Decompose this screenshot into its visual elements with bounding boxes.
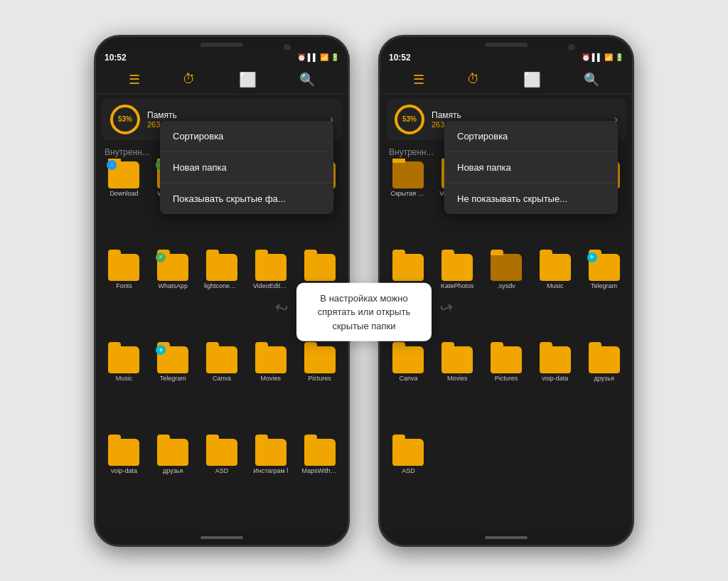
folder-icon-katepho-2 [304, 254, 336, 281]
folder-icon-sysdv-right [491, 254, 522, 281]
folder-voip-1[interactable]: voip-data [102, 439, 146, 527]
folder-label-asd-right: ASD [402, 467, 415, 474]
folder-icon-voip-1 [108, 439, 139, 466]
folder-hidden-right[interactable]: Скрытая папка [386, 161, 431, 250]
storage-title-right: Память [432, 110, 607, 120]
folder-icon-left[interactable]: ⬜ [239, 71, 257, 88]
folder-label-canva-right: Canva [399, 375, 417, 382]
folder-telegram-right[interactable]: ✈ Telegram [582, 254, 626, 342]
folder-music-1[interactable]: Music [102, 346, 146, 435]
folder-asd-1[interactable]: ASD [200, 439, 245, 527]
folder-fonts-1[interactable]: Fonts [102, 254, 146, 342]
folder-whatsapp-2[interactable]: ✓ WhatsApp [151, 254, 196, 342]
folder-movies-1[interactable]: Movies [248, 346, 293, 435]
folder-asd-right[interactable]: ASD [386, 439, 431, 527]
badge-telegram-1: ✈ [156, 345, 166, 355]
folder-icon-movies-1 [255, 346, 287, 373]
phone-top-left [96, 37, 348, 50]
folder-label-whatsapp-2: WhatsApp [158, 282, 188, 289]
storage-circle-right: 53% [395, 105, 424, 134]
storage-circle-left: 53% [110, 105, 140, 134]
nav-bar-right: ☰ ⏱ ⬜ 🔍 [380, 65, 632, 95]
history-icon-left[interactable]: ⏱ [183, 72, 196, 87]
folder-label-hidden-right: Скрытая папка [390, 190, 426, 197]
home-indicator-right [485, 536, 528, 539]
dropdown-sort-right[interactable]: Сортировка [444, 121, 618, 152]
folder-icon-right[interactable]: ⬜ [523, 71, 541, 88]
folder-telegram-1[interactable]: ✈ Telegram [151, 346, 196, 435]
folder-druzya-right[interactable]: друзья [582, 346, 626, 435]
folder-label-maps-1: MapsWith Me [302, 467, 338, 474]
folder-icon-asd-1 [206, 439, 237, 466]
folder-icon-pictures-1 [304, 346, 336, 373]
folder-icon-pictures-right [491, 346, 522, 373]
folder-icon-music-1 [108, 346, 139, 373]
folder-icon-canva-1 [206, 346, 237, 373]
folder-icon-movies-right [441, 346, 473, 373]
folder-download[interactable]: ↓ Download [102, 161, 146, 250]
folder-label-canva-1: Canva [213, 375, 231, 382]
dropdown-newfolder-right[interactable]: Новая папка [444, 152, 618, 183]
dropdown-left: Сортировка Новая папка Показывать скрыты… [160, 121, 333, 214]
search-icon-left[interactable]: 🔍 [299, 72, 315, 87]
folder-grid-left: ↓ Download ✓ WhatsAPP lightcone_a rt_sto… [96, 159, 348, 531]
dropdown-sort-left[interactable]: Сортировка [160, 121, 333, 152]
folder-icon-druzya-right [589, 346, 620, 373]
folder-grid-right: Скрытая папка VideoDo wnload Fonts ✓ Wha… [380, 159, 632, 531]
folder-icon-download: ↓ [108, 161, 139, 188]
folder-label-voip-1: voip-data [111, 467, 137, 474]
folder-canva-1[interactable]: Canva [200, 346, 245, 435]
folder-icon-videoeditor-right [392, 254, 424, 281]
folder-icon-katephotos-right [441, 254, 473, 281]
folder-druzya-1[interactable]: друзья [151, 439, 196, 527]
dropdown-showhidden-left[interactable]: Показывать скрытые фа... [160, 183, 333, 214]
phone-bottom-left [96, 531, 348, 545]
menu-icon-left[interactable]: ☰ [129, 72, 140, 87]
folder-label-pictures-1: Pictures [308, 375, 331, 382]
folder-icon-canva-right [392, 346, 424, 373]
folder-instagram-1[interactable]: Инстаграм l [248, 439, 293, 527]
folder-icon-videoeditor-2 [255, 254, 287, 281]
folder-voip-right[interactable]: voip-data [532, 346, 577, 435]
folder-label-movies-1: Movies [261, 375, 282, 382]
tooltip-text: В настройках можно спрятать или открыть … [318, 292, 410, 331]
speaker-right [485, 43, 528, 47]
folder-icon-lightcone-2 [206, 254, 237, 281]
folder-label-katephotos-right: KatePhotos [441, 282, 474, 289]
dropdown-right: Сортировка Новая папка Не показывать скр… [444, 121, 618, 214]
folder-label-music-right: Music [547, 282, 564, 289]
folder-pictures-1[interactable]: Pictures [297, 346, 342, 435]
status-icons-left: ⏰ ▌▌ 📶 🔋 [297, 53, 339, 61]
folder-label-sysdv-right: .sysdv [497, 282, 515, 289]
folder-icon-telegram-1: ✈ [157, 346, 188, 373]
tooltip-bubble: В настройках можно спрятать или открыть … [296, 282, 432, 341]
menu-icon-right[interactable]: ☰ [413, 72, 424, 87]
search-icon-right[interactable]: 🔍 [584, 72, 599, 87]
folder-sysdv-right[interactable]: .sysdv [484, 254, 529, 342]
folder-icon-asd-right [392, 439, 424, 466]
time-left: 10:52 [105, 53, 127, 63]
folder-label-download: Download [109, 190, 138, 197]
folder-icon-voip-right [540, 346, 571, 373]
badge-telegram-right: ✈ [587, 252, 597, 262]
folder-icon-maps-1 [304, 439, 336, 466]
folder-label-asd-1: ASD [215, 467, 229, 474]
folder-music-right[interactable]: Music [532, 254, 577, 342]
badge-whatsapp-2: ✓ [156, 252, 166, 262]
history-icon-right[interactable]: ⏱ [467, 72, 480, 87]
folder-icon-druzya-1 [157, 439, 188, 466]
folder-pictures-right[interactable]: Pictures [484, 346, 529, 435]
folder-movies-right[interactable]: Movies [435, 346, 480, 435]
dropdown-newfolder-left[interactable]: Новая папка [160, 152, 333, 183]
folder-maps-1[interactable]: MapsWith Me [297, 439, 342, 527]
folder-lightcone-2[interactable]: lightcone_a rt_story [200, 254, 245, 342]
status-bar-right: 10:52 ⏰ ▌▌ 📶 🔋 [380, 50, 632, 65]
folder-canva-right[interactable]: Canva [386, 346, 431, 435]
dropdown-hidehidden-right[interactable]: Не показывать скрытые... [444, 183, 618, 214]
speaker-left [200, 43, 243, 47]
badge-download: ↓ [107, 160, 117, 170]
folder-icon-fonts-1 [108, 254, 139, 281]
folder-label-druzya-right: друзья [594, 375, 614, 382]
folder-label-telegram-1: Telegram [160, 375, 186, 382]
folder-label-movies-right: Movies [447, 375, 468, 382]
